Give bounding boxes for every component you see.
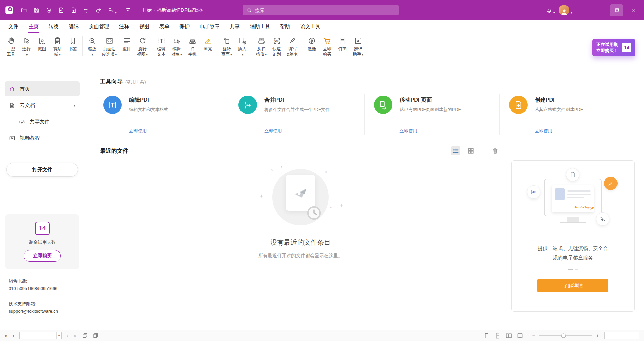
support-email-address[interactable]: support@foxitsoftware.cn	[9, 308, 85, 315]
open-file-button[interactable]: 打开文件	[6, 163, 78, 177]
ribbon-select[interactable]: 选择▾	[19, 36, 34, 58]
menu-tab-file[interactable]: 文件	[3, 20, 23, 33]
snapshot-small-icon[interactable]	[82, 332, 88, 339]
menu-tab-home[interactable]: 主页	[23, 20, 44, 33]
sidebar-item-cloud-docs[interactable]: 云文档▾	[5, 98, 80, 113]
tool-wizard-header: 工具向导 (常用工具)	[100, 78, 635, 86]
merge-pdf-icon	[238, 96, 257, 114]
ribbon-fill-sign[interactable]: 填写&签名	[284, 36, 300, 58]
zoom-slider[interactable]	[539, 335, 592, 336]
next-page-button[interactable]: ›	[67, 333, 68, 338]
menu-tab-page-manage[interactable]: 页面管理	[84, 20, 114, 33]
last-page-button[interactable]: »	[74, 333, 77, 338]
user-avatar[interactable]	[559, 5, 569, 15]
use-now-link[interactable]: 立即使用	[535, 128, 583, 134]
carousel-dots[interactable]	[568, 269, 578, 270]
ribbon-bookmark[interactable]: 书签	[65, 36, 80, 53]
menu-tab-accessibility[interactable]: 辅助工具	[245, 20, 275, 33]
ribbon-zoom[interactable]: 缩放▾	[84, 36, 100, 58]
restore-button[interactable]	[610, 4, 623, 16]
zoom-value-input[interactable]	[605, 332, 639, 339]
collapse-ribbon-icon[interactable]	[122, 4, 135, 16]
facing-view-icon[interactable]	[505, 332, 512, 339]
menu-tab-view[interactable]: 视图	[134, 20, 154, 33]
use-now-link[interactable]: 立即使用	[264, 128, 330, 134]
create-button[interactable]	[67, 4, 80, 16]
print-button[interactable]	[43, 4, 55, 16]
book-view-icon[interactable]	[517, 332, 523, 339]
menu-tab-convert[interactable]: 转换	[44, 20, 64, 33]
learn-more-button[interactable]: 了解详情	[537, 279, 608, 292]
notifications-button[interactable]	[543, 4, 555, 16]
menu-tab-edit[interactable]: 编辑	[64, 20, 84, 33]
sidebar-item-shared-files[interactable]: 共享文件	[5, 114, 80, 129]
menu-tab-esign[interactable]: 电子签章	[195, 20, 225, 33]
save-button[interactable]	[30, 4, 43, 16]
undo-button[interactable]	[80, 4, 92, 16]
redo-button[interactable]	[92, 4, 105, 16]
menu-tab-protect[interactable]: 保护	[174, 20, 195, 33]
list-view-icon[interactable]	[451, 146, 460, 155]
search-box[interactable]	[243, 5, 399, 15]
zoom-slider-thumb[interactable]	[561, 333, 566, 338]
menu-tab-share[interactable]: 共享	[225, 20, 245, 33]
recent-files-empty-state: ✦ ○ ● ○ + ● 没有最近的文件条目 所有最近打开过的文件都会显示在这里。	[100, 155, 501, 330]
sidebar-item-video-tutorials[interactable]: 视频教程	[5, 131, 80, 146]
protect-button[interactable]	[105, 4, 117, 16]
ribbon-clipboard[interactable]: 剪贴板▾	[50, 36, 65, 58]
close-button[interactable]	[625, 3, 641, 17]
export-button[interactable]	[55, 4, 67, 16]
sidebar-item-home[interactable]: 首页	[5, 81, 80, 96]
ribbon-quick-ocr[interactable]: OCR快速识别	[269, 36, 284, 58]
recent-files-section: 最近的文件 ✦ ○ ● ○	[100, 146, 501, 330]
ribbon-subscribe[interactable]: 订阅	[335, 36, 350, 53]
menu-tab-help[interactable]: 帮助	[275, 20, 295, 33]
trial-buy-badge[interactable]: 正在试用期 立即购买！ 14	[592, 39, 635, 56]
page-number-input[interactable]	[20, 333, 56, 338]
ribbon-reflow[interactable]: 重排	[119, 36, 135, 53]
single-page-view-icon[interactable]	[483, 332, 490, 339]
ribbon-rotate-pages[interactable]: 旋转页面▾	[219, 36, 234, 58]
carousel-dot-active[interactable]	[568, 269, 573, 270]
menu-tab-paper-tools[interactable]: 论文工具	[295, 20, 325, 33]
ribbon-from-scanner[interactable]: 从扫描仪▾	[254, 36, 269, 58]
prev-page-button[interactable]: ‹	[13, 333, 14, 338]
grid-view-icon[interactable]	[466, 146, 475, 155]
ribbon-rotate-view[interactable]: 旋转视图▾	[135, 36, 150, 58]
bell-icon	[546, 7, 552, 13]
ribbon-activate[interactable]: 激活	[304, 36, 319, 53]
search-input[interactable]	[255, 8, 395, 13]
copy-pages-icon[interactable]	[92, 332, 99, 339]
buy-now-button[interactable]: 立即购买	[24, 250, 61, 262]
ribbon-insert[interactable]: 插入▾	[234, 36, 250, 58]
ribbon-page-fit-options[interactable]: 页面适应选项▾	[100, 36, 119, 58]
tool-card-edit-pdf: 编辑PDF编辑文档和文本格式立即使用	[100, 94, 229, 135]
carousel-dot[interactable]	[575, 269, 578, 270]
ribbon-edit-text[interactable]: 编辑文本	[154, 36, 169, 58]
ribbon-buy-now[interactable]: 立即购买	[319, 36, 335, 58]
ribbon-reflow-label: 重排	[123, 46, 131, 52]
open-button[interactable]	[18, 4, 30, 16]
menu-tab-form[interactable]: 表单	[154, 20, 174, 33]
use-now-link[interactable]: 立即使用	[400, 128, 461, 134]
chevron-down-icon[interactable]: ▾	[56, 332, 62, 339]
clear-recent-trash-icon[interactable]	[491, 146, 500, 155]
minimize-button[interactable]	[592, 3, 608, 17]
app-window: ▾ 开始 - 福昕高级PDF编辑器 ▾ ▾ 文件主页转换编辑页面管理注释视图表单…	[0, 0, 644, 341]
trial-days-left: 14	[622, 43, 631, 52]
ribbon-snapshot[interactable]: 截图	[34, 36, 50, 53]
ribbon-translate-assistant[interactable]: A翻译助手▾	[350, 36, 366, 58]
ribbon-hand-tool[interactable]: 手型工具	[3, 36, 19, 58]
typewriter-icon	[188, 37, 197, 45]
pen-icon	[589, 205, 595, 211]
use-now-link[interactable]: 立即使用	[129, 128, 168, 134]
zoom-in-button[interactable]: +	[595, 333, 600, 338]
ribbon-highlight[interactable]: 高亮	[200, 36, 215, 53]
zoom-out-button[interactable]: −	[531, 333, 536, 338]
menu-tab-comment[interactable]: 注释	[114, 20, 134, 33]
ribbon-typewriter[interactable]: 打字机	[184, 36, 200, 58]
first-page-button[interactable]: «	[5, 333, 8, 338]
empty-illustration: ✦ ○ ● ○ + ●	[252, 163, 349, 231]
ribbon-edit-object[interactable]: 编辑对象▾	[169, 36, 184, 58]
continuous-view-icon[interactable]	[494, 332, 501, 339]
